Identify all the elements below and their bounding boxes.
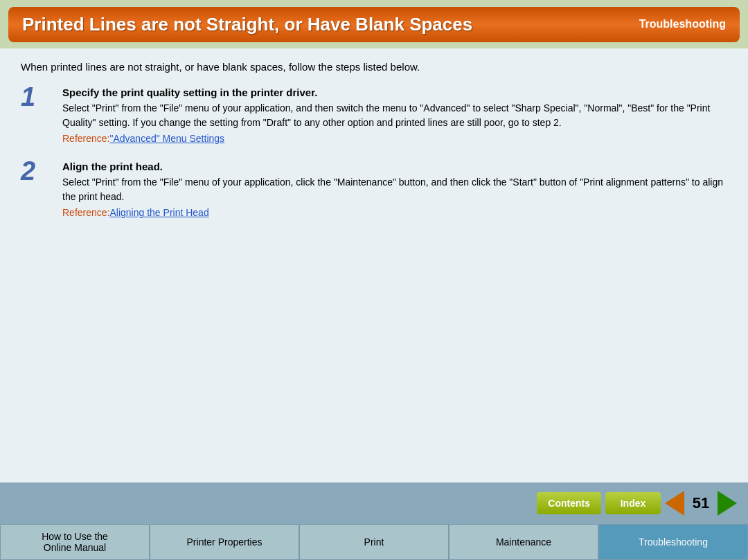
step-2-desc: Select "Print" from the "File" menu of y… (62, 175, 727, 204)
step-2-reference: Reference:Aligning the Print Head (62, 207, 727, 218)
step-1-title: Specify the print quality setting in the… (62, 87, 727, 98)
step-1-reference: Reference:"Advanced" Menu Settings (62, 133, 727, 144)
header-title-wrap: Printed Lines are not Straight, or Have … (8, 7, 740, 42)
step-1-number: 1 (21, 84, 55, 110)
contents-button[interactable]: Contents (537, 492, 601, 514)
step-2-title: Align the print head. (62, 161, 727, 172)
footer-tabs: How to Use the Online Manual Printer Pro… (0, 524, 748, 560)
main-content: When printed lines are not straight, or … (0, 48, 748, 482)
step-2-number: 2 (21, 158, 55, 184)
tab-printer-properties[interactable]: Printer Properties (150, 524, 299, 560)
index-button[interactable]: Index (605, 492, 661, 514)
next-page-button[interactable] (718, 491, 737, 516)
step-1-desc: Select "Print" from the "File" menu of y… (62, 101, 727, 130)
page-category: Troubleshooting (639, 18, 726, 30)
header: Printed Lines are not Straight, or Have … (0, 0, 748, 48)
step-2-content: Align the print head. Select "Print" fro… (62, 161, 727, 218)
tab-troubleshooting[interactable]: Troubleshooting (598, 524, 748, 560)
nav-controls: Contents Index 51 (0, 482, 748, 524)
step-1-ref-label: Reference: (62, 133, 109, 144)
page-number: 51 (688, 494, 713, 512)
step-2-ref-link[interactable]: Aligning the Print Head (109, 207, 208, 218)
step-2-ref-label: Reference: (62, 207, 109, 218)
step-1: 1 Specify the print quality setting in t… (21, 87, 727, 144)
step-2: 2 Align the print head. Select "Print" f… (21, 161, 727, 218)
page-title: Printed Lines are not Straight, or Have … (22, 14, 472, 35)
step-1-ref-link[interactable]: "Advanced" Menu Settings (109, 133, 224, 144)
tab-how-to-use[interactable]: How to Use the Online Manual (0, 524, 150, 560)
tab-print[interactable]: Print (299, 524, 449, 560)
tab-maintenance[interactable]: Maintenance (449, 524, 598, 560)
step-1-content: Specify the print quality setting in the… (62, 87, 727, 144)
intro-text: When printed lines are not straight, or … (21, 61, 727, 73)
prev-page-button[interactable] (665, 491, 684, 516)
